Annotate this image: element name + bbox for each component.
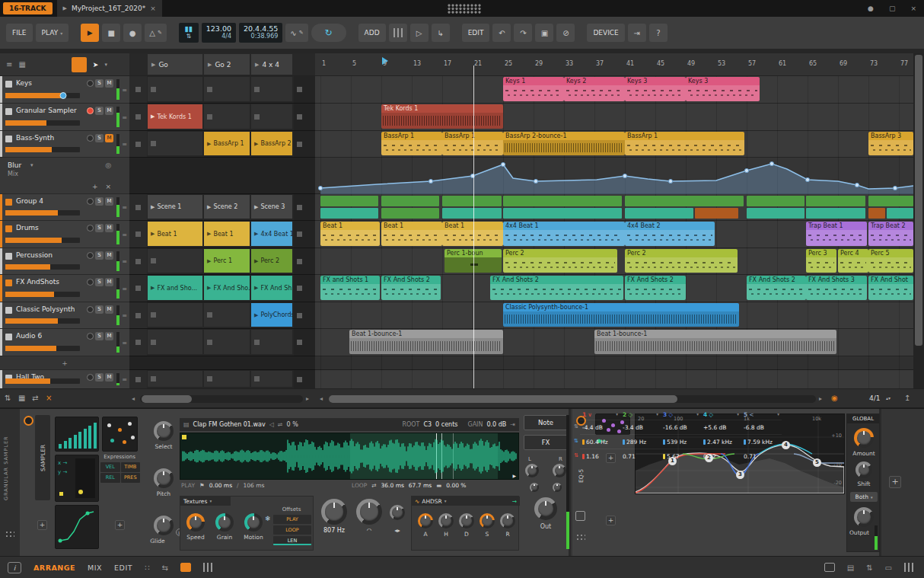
redo-button[interactable]: ↷ bbox=[514, 24, 532, 42]
solo-button[interactable]: S bbox=[95, 197, 104, 206]
mod-dice-display[interactable] bbox=[102, 417, 138, 452]
filter-shape-knob[interactable] bbox=[356, 499, 382, 525]
motion-knob[interactable] bbox=[244, 513, 263, 532]
arranger-clip[interactable]: BassArp 2-bounce-1 bbox=[503, 132, 625, 155]
scroll-left-icon[interactable]: ◂ bbox=[320, 395, 323, 402]
mix-view-button[interactable]: MIX bbox=[88, 564, 102, 572]
arranger-clip[interactable]: FX And Shot bbox=[868, 276, 913, 300]
record-button[interactable]: ● bbox=[123, 24, 142, 42]
follow-playhead-icon[interactable]: ◉ bbox=[831, 394, 838, 402]
track-header[interactable]: FX AndShotsSM≡ bbox=[0, 275, 129, 302]
offset-len-button[interactable]: LEN bbox=[273, 536, 311, 545]
output-knob[interactable] bbox=[854, 507, 874, 527]
tempo-value[interactable]: 123.00 bbox=[206, 24, 231, 33]
duplicate-button[interactable]: ▣ bbox=[535, 24, 553, 42]
window-close-icon[interactable]: × bbox=[910, 5, 916, 12]
offset-play-button[interactable]: PLAY bbox=[273, 515, 311, 524]
out-knob[interactable] bbox=[534, 497, 557, 520]
track-menu-icon[interactable]: ≡ bbox=[122, 141, 127, 148]
solo-button[interactable]: S bbox=[95, 251, 104, 260]
play-from-start-button[interactable]: ▷ bbox=[410, 24, 429, 42]
arranger-lane[interactable] bbox=[315, 370, 913, 388]
volume-slider[interactable] bbox=[5, 120, 80, 126]
group-scene-cell[interactable]: ▶Scene 1 bbox=[148, 195, 202, 219]
add-button[interactable]: ADD bbox=[358, 24, 386, 42]
eq-band-freq[interactable]: 2.47 kHz bbox=[701, 434, 741, 449]
eq-band-q[interactable]: 0.52 bbox=[701, 449, 741, 463]
scroll-left-icon[interactable]: ◂ bbox=[132, 395, 135, 402]
eq-band-freq[interactable]: 60.4 Hz bbox=[580, 434, 620, 449]
mode-select[interactable]: Both▾ bbox=[850, 492, 878, 502]
info-button[interactable]: i bbox=[8, 562, 21, 573]
scrollbar-thumb[interactable] bbox=[329, 395, 677, 403]
grid-icon[interactable]: ▦ bbox=[18, 60, 25, 69]
launcher-clip[interactable]: ▶Tek Kords 1 bbox=[148, 104, 202, 129]
arranger-lane[interactable]: FX and Shots 1FX And Shots 2FX And Shots… bbox=[315, 275, 913, 302]
launcher-cell[interactable] bbox=[148, 303, 202, 327]
metronome-button[interactable]: △✎ bbox=[145, 24, 167, 42]
launcher-clip[interactable]: ▶PolyChords bbox=[251, 303, 292, 327]
xy-pad[interactable] bbox=[75, 458, 95, 498]
group-content-strip[interactable] bbox=[868, 196, 913, 206]
volume-slider[interactable] bbox=[5, 210, 80, 216]
arranger-lane[interactable]: Beat 1-bounce-1Beat 1-bounce-1 bbox=[315, 329, 913, 356]
filter-freq-knob[interactable] bbox=[321, 499, 347, 525]
arranger-clip[interactable]: Beat 1 bbox=[320, 222, 380, 246]
file-menu-button[interactable]: FILE bbox=[6, 24, 33, 42]
time-signature[interactable]: 4/4 bbox=[206, 33, 231, 40]
close-icon[interactable]: × bbox=[46, 394, 52, 402]
add-automation-lane-button[interactable]: + bbox=[92, 183, 98, 190]
rel-button[interactable]: REL bbox=[100, 473, 120, 483]
scroll-right-icon[interactable]: ▸ bbox=[819, 395, 822, 402]
scene-header[interactable]: ▶Go 2 bbox=[204, 54, 250, 75]
browser-button[interactable] bbox=[389, 24, 407, 42]
vertical-scrollbar[interactable] bbox=[913, 53, 924, 388]
drag-handle-icon[interactable] bbox=[5, 531, 14, 538]
eq-band-handle[interactable]: 3 bbox=[736, 471, 744, 479]
position-display[interactable]: 20.4.4.55 0:38.969 bbox=[239, 23, 282, 43]
launcher-cell[interactable] bbox=[204, 104, 250, 129]
clip-stop-cell[interactable] bbox=[129, 194, 147, 220]
volume-slider[interactable] bbox=[5, 378, 80, 384]
help-button[interactable]: ? bbox=[649, 24, 668, 42]
track-menu-icon[interactable]: ≡ bbox=[122, 231, 127, 238]
eq-band-q[interactable]: 5.67 bbox=[661, 449, 701, 463]
loop-button[interactable]: ↻ bbox=[311, 24, 346, 42]
group-content-strip[interactable] bbox=[625, 196, 744, 206]
spread-knob[interactable] bbox=[390, 505, 405, 520]
solo-button[interactable]: S bbox=[95, 373, 104, 382]
arranger-clip[interactable]: Beat 1-bounce-1 bbox=[594, 330, 836, 354]
sample-waveform[interactable]: ▶ bbox=[180, 433, 519, 480]
mute-button[interactable]: M bbox=[105, 224, 113, 232]
groove-display[interactable]: ▮▮⇅ bbox=[179, 23, 199, 43]
group-content-strip[interactable] bbox=[381, 196, 439, 206]
add-layer-button[interactable]: + bbox=[37, 520, 47, 530]
xy-cursor[interactable] bbox=[78, 490, 83, 494]
arrange-view-button[interactable]: ARRANGE bbox=[33, 564, 75, 572]
mute-button[interactable]: M bbox=[105, 251, 113, 260]
add-modulator-button[interactable]: + bbox=[606, 516, 616, 525]
track-menu-icon[interactable]: ≡ bbox=[122, 339, 127, 346]
arranger-clip[interactable]: Keys 1 bbox=[503, 77, 564, 101]
pin-icon[interactable]: ◎ bbox=[105, 161, 111, 169]
shift-knob[interactable] bbox=[855, 461, 872, 478]
send-a-knob[interactable] bbox=[530, 483, 539, 492]
clip-stop-cell[interactable] bbox=[129, 221, 147, 247]
scrollbar-thumb[interactable] bbox=[142, 395, 192, 403]
launcher-clip[interactable]: ▶Beat 1 bbox=[148, 222, 202, 246]
launcher-clip[interactable]: ▶FX And Sh... bbox=[251, 276, 292, 300]
vel-button[interactable]: VEL bbox=[100, 462, 120, 472]
launcher-clip[interactable]: ▶FX and Sho... bbox=[148, 276, 202, 300]
fx-tab[interactable]: FX bbox=[524, 435, 568, 450]
launcher-cell[interactable] bbox=[251, 77, 292, 101]
eq-band-freq[interactable]: 539 Hz bbox=[661, 434, 701, 449]
solo-button[interactable]: S bbox=[95, 332, 104, 340]
launcher-cell[interactable] bbox=[251, 330, 292, 354]
track-menu-icon[interactable]: ≡ bbox=[122, 113, 127, 120]
eq-band-gain[interactable]: -6.8 dB bbox=[741, 420, 782, 434]
eq-band-header[interactable]: 4◇▾ bbox=[701, 409, 741, 420]
edit-menu-button[interactable]: EDIT bbox=[462, 24, 490, 42]
grain-knob[interactable] bbox=[215, 513, 234, 532]
group-content-strip[interactable] bbox=[320, 208, 378, 219]
loop-fade-value[interactable]: 0.00 % bbox=[446, 482, 466, 489]
